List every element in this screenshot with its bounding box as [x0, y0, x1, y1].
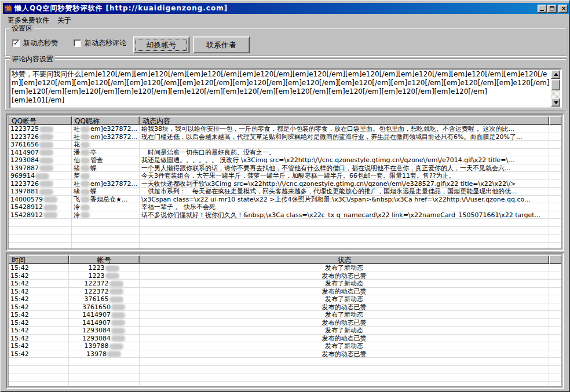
comment-checkbox-row: 新动态秒评论	[74, 38, 126, 48]
feed-table-row[interactable]: 969914梦今天3件套装组合，大芒果一罐半斤，菠萝一罐半斤，加酸枣糕一罐半斤。…	[9, 172, 561, 180]
log-cell-status: 发布了新动态	[140, 280, 549, 288]
feed-cell-content	[140, 227, 549, 235]
feed-table-row[interactable]: 1397887猪蝶一个男人懒得跟你联系的话，请你不要再去找他，不管他有什么样的借…	[9, 164, 561, 173]
comment-scrollbar[interactable]	[551, 70, 560, 107]
settings-group: 设置区 ✓ 新动态秒赞 新动态秒评论 却换帐号 联系作者	[5, 28, 567, 56]
log-table-row[interactable]: 15:42139788发布了新动态	[9, 342, 561, 350]
switch-account-button[interactable]: 却换帐号	[133, 36, 189, 53]
close-button[interactable]: ×	[558, 5, 568, 13]
feed-cell-nickname: 花	[72, 141, 140, 149]
feed-cell-nickname: 冷	[72, 203, 140, 211]
feed-cell-content: 一天收快递都收到手软\x3Cimg src=\x22http:\/\/cnc.q…	[140, 180, 549, 188]
feed-table-empty-row[interactable]	[9, 219, 561, 227]
log-cell-filler	[549, 358, 561, 366]
log-cell-status: 发布的动态已赞	[140, 288, 549, 296]
censored-blur	[111, 320, 125, 326]
feed-table-row[interactable]: 1223726社em]e327872...一天收快递都收到手软\x3Cimg s…	[9, 180, 561, 188]
log-cell-filler	[549, 342, 561, 350]
log-cell-filler	[549, 319, 561, 327]
log-cell-account: 1293084	[69, 327, 140, 335]
log-cell-status: 发布了新动态	[140, 327, 549, 335]
feed-cell-account: 1397881	[9, 188, 72, 196]
log-cell-status: 发布的动态已赞	[140, 335, 549, 343]
feed-table-row[interactable]: 15428912冷话不多说你们懂就好！祝你们久久！&nbsp;\x3Ca cla…	[9, 211, 561, 219]
feed-cell-nickname: 社em]e327872...	[72, 125, 140, 133]
scroll-up-button[interactable]	[551, 70, 560, 79]
scroll-down-button[interactable]	[551, 98, 560, 107]
log-cell-status	[140, 382, 549, 387]
log-table-empty-row[interactable]	[9, 358, 561, 366]
log-cell-account: 3761650	[69, 303, 140, 312]
log-table-row[interactable]: 15:421223发布的动态已赞	[9, 272, 561, 280]
feed-cell-content	[140, 235, 549, 243]
comment-group: 评论内容设置 秒赞，不要问我问什么[em]e120[/em][em]e120[/…	[5, 58, 567, 111]
log-header-account[interactable]: 帐号	[69, 255, 140, 264]
menu-item-about[interactable]: 关于	[53, 15, 75, 26]
log-table-row[interactable]: 15:42122372发布了新动态	[9, 280, 561, 288]
comment-textarea[interactable]: 秒赞，不要问我问什么[em]e120[/em][em]e120[/em][em]…	[9, 68, 562, 108]
log-table-empty-row[interactable]	[9, 373, 561, 382]
feed-header-account[interactable]: QQ帐号	[9, 116, 72, 125]
log-table-row[interactable]: 15:421293084发布了新动态	[9, 327, 561, 335]
feed-table: QQ帐号 QQ昵称 动态内容 1223725社em]e327872...给我38…	[8, 116, 562, 249]
log-table-row[interactable]: 15:4213978发布的动态已赞	[9, 350, 561, 358]
feed-table-row[interactable]: 1293084仙管金我还是做圆通。。。。。。 没改行 \x3Cimg src=\…	[9, 156, 561, 164]
feed-cell-content: 时间是治愈一切伤口的最好良药。没有之一。	[140, 149, 549, 157]
feed-cell-account: 15428912	[9, 211, 72, 219]
censored-blur	[39, 181, 53, 187]
log-cell-time: 15:42	[9, 280, 69, 288]
feed-table-row[interactable]: 14000579飞香烟总仓★...\x3Cspan class=\x22 ui-…	[9, 196, 561, 204]
feed-cell-filler	[549, 235, 561, 243]
comment-checkbox[interactable]	[74, 39, 81, 47]
like-checkbox[interactable]: ✓	[12, 39, 20, 47]
feed-header-nickname[interactable]: QQ昵称	[72, 116, 140, 125]
feed-table-row[interactable]: 1223726社em]e327872...现在门槛还低，以后会越来越高，代理艾草…	[9, 133, 561, 141]
log-table-empty-row[interactable]	[9, 382, 561, 387]
log-cell-time: 15:42	[9, 335, 69, 343]
log-cell-filler	[549, 295, 561, 303]
feed-table-empty-row[interactable]	[9, 227, 561, 235]
log-table-row[interactable]: 15:42122372发布的动态已赞	[9, 288, 561, 296]
feed-table-row[interactable]: 1414907潘亭 时间是治愈一切伤口的最好良药。没有之一。	[9, 149, 561, 157]
log-header-time[interactable]: 时间	[9, 255, 69, 264]
feed-table-header: QQ帐号 QQ昵称 动态内容	[9, 116, 561, 125]
feed-cell-account: 1223725	[9, 125, 72, 133]
feed-table-row[interactable]: 3761656花	[9, 141, 561, 149]
censored-blur	[81, 165, 90, 171]
minimize-button[interactable]	[538, 5, 547, 13]
maximize-button[interactable]	[547, 5, 557, 13]
log-cell-time	[9, 366, 69, 374]
feed-table-row[interactable]: 1223725社em]e327872...给我38块，我可以给你安排一包，一斤的…	[9, 125, 561, 133]
feed-table-empty-row[interactable]	[9, 243, 561, 250]
log-table-row[interactable]: 15:423761650发布的动态已赞	[9, 303, 561, 312]
log-cell-status: 发布了新动态	[140, 295, 549, 303]
log-table-row[interactable]: 15:421223发布了新动态	[9, 264, 561, 272]
log-header-status[interactable]: 状态	[140, 255, 549, 264]
feed-cell-account: 1293084	[9, 156, 72, 164]
log-table-row[interactable]: 15:421414907发布了新动态	[9, 311, 561, 319]
scroll-thumb[interactable]	[551, 79, 560, 90]
log-table-empty-row[interactable]	[9, 366, 561, 374]
feed-table-empty-row[interactable]	[9, 235, 561, 243]
feed-table-row[interactable]: 15428912冷幸福一辈子 。 快乐不会死	[9, 203, 561, 211]
log-cell-filler	[549, 272, 561, 280]
log-table-row[interactable]: 15:421293084发布的动态已赞	[9, 335, 561, 343]
censored-blur	[81, 126, 90, 133]
contact-author-button[interactable]: 联系作者	[193, 36, 250, 53]
feed-cell-account: 969914	[9, 172, 72, 180]
log-header-filler	[549, 255, 561, 264]
feed-cell-filler	[549, 188, 561, 196]
log-table-header: 时间 帐号 状态	[9, 255, 561, 264]
log-table-row[interactable]: 15:42376165发布了新动态	[9, 295, 561, 303]
censored-blur	[111, 335, 125, 342]
feed-header-content[interactable]: 动态内容	[140, 116, 549, 125]
log-table-row[interactable]: 15:421414907发布的动态已赞	[9, 319, 561, 327]
log-cell-time: 15:42	[9, 342, 69, 350]
log-cell-account	[69, 382, 140, 387]
feed-cell-content	[140, 141, 549, 149]
feed-table-row[interactable]: 1397881猪蝶 供超市系列： 每天都在疯狂走量模式，回头客越来越多，代理也更…	[9, 188, 561, 196]
feed-cell-account: 1223726	[9, 133, 72, 141]
censored-blur	[81, 196, 90, 203]
window-title: 懒人QQ空间秒赞秒评软件 [http://kuaidigenzong.com]	[14, 3, 228, 13]
log-table: 时间 帐号 状态 15:421223发布了新动态15:421223发布的动态已赞…	[8, 255, 562, 387]
